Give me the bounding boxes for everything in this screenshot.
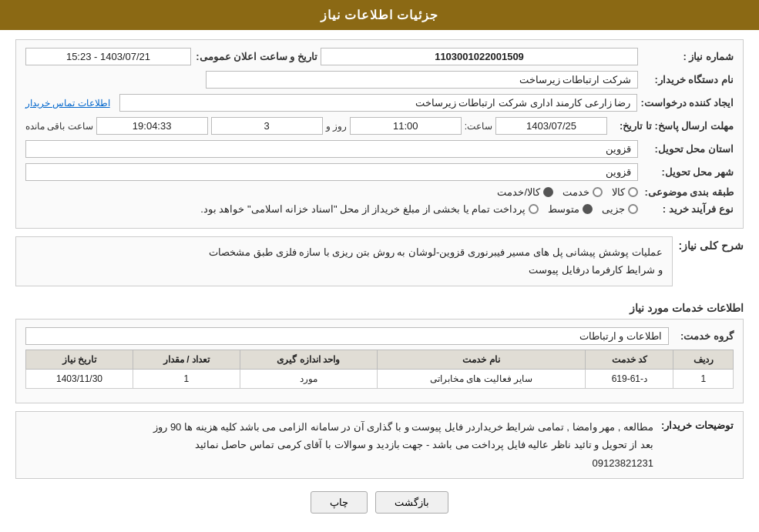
col-index: ردیف: [673, 350, 734, 369]
description-text: عملیات پوشش پیشانی پل های مسیر فیبرنوری …: [209, 246, 662, 276]
need-number-label: شماره نیاز :: [641, 51, 734, 62]
category-label-kala: کالا: [612, 186, 625, 198]
creator-label: ایجاد کننده درخواست:: [640, 97, 734, 109]
table-cell-quantity: 1: [133, 369, 240, 388]
response-day-label: روز و: [326, 121, 347, 132]
footer-buttons: بازگشت چاپ: [15, 491, 744, 521]
announce-date-label: تاریخ و ساعت اعلان عمومی:: [194, 51, 317, 62]
print-button[interactable]: چاپ: [311, 491, 368, 514]
main-info-section: شماره نیاز : 1103001022001509 تاریخ و سا…: [15, 39, 744, 229]
category-label-kala-khedmat: کالا/خدمت: [497, 186, 540, 198]
service-group-label: گروه خدمت:: [672, 330, 734, 342]
province-label: استان محل تحویل:: [641, 143, 734, 155]
category-option-kala: کالا: [612, 186, 638, 198]
buyer-org-value: شرکت ارتباطات زیرساخت: [206, 71, 638, 89]
page-wrapper: جزئیات اطلاعات نیاز شماره نیاز : 1103001…: [0, 0, 759, 532]
page-header: جزئیات اطلاعات نیاز: [0, 0, 759, 30]
content-area: شماره نیاز : 1103001022001509 تاریخ و سا…: [0, 30, 759, 530]
response-days-value: 3: [211, 117, 323, 135]
col-code: کد خدمت: [586, 350, 673, 369]
city-row: شهر محل تحویل: قزوین: [25, 163, 734, 181]
response-remaining-value: 19:04:33: [96, 117, 208, 135]
back-button[interactable]: بازگشت: [375, 491, 448, 514]
province-value: قزوین: [25, 140, 638, 158]
category-option-kala-khedmat: کالا/خدمت: [497, 186, 553, 198]
category-radio-kala[interactable]: [628, 187, 638, 197]
creator-row: ایجاد کننده درخواست: رضا زارعی کارمند اد…: [25, 94, 734, 112]
table-cell-index: 1: [673, 369, 734, 388]
announce-date-value: 1403/07/21 - 15:23: [25, 48, 191, 65]
response-time-value: 11:00: [350, 117, 462, 135]
purchase-radio-motavaset[interactable]: [583, 204, 593, 214]
purchase-type-row: نوع فرآیند خرید : جزیی متوسط پرداخت تمام…: [25, 203, 734, 215]
table-row: 1د-61-619سایر فعالیت های مخابراتیمورد114…: [26, 369, 734, 388]
response-deadline-label: مهلت ارسال پاسخ: تا تاریخ:: [610, 120, 734, 132]
description-box: عملیات پوشش پیشانی پل های مسیر فیبرنوری …: [15, 236, 673, 286]
category-label-khedmat: خدمت: [563, 186, 589, 198]
response-date-value: 1403/07/25: [495, 117, 607, 135]
col-quantity: تعداد / مقدار: [133, 350, 240, 369]
purchase-radio-esnad[interactable]: [529, 204, 539, 214]
services-section: گروه خدمت: اطلاعات و ارتباطات ردیف کد خد…: [15, 319, 744, 403]
buyer-notes-box: توضیحات خریدار: مطالعه , مهر وامضا , تما…: [15, 411, 744, 479]
creator-contact-link[interactable]: اطلاعات تماس خریدار: [25, 98, 110, 109]
category-label: طبقه بندی موضوعی:: [641, 186, 734, 198]
creator-value: رضا زارعی کارمند اداری شرکت ارتباطات زیر…: [119, 94, 638, 112]
description-title: شرح کلی نیاز:: [679, 236, 744, 252]
services-section-title: اطلاعات خدمات مورد نیاز: [15, 302, 744, 314]
purchase-type-label: نوع فرآیند خرید :: [641, 203, 734, 215]
buyer-org-row: نام دستگاه خریدار: شرکت ارتباطات زیرساخت: [25, 71, 734, 89]
category-radio-kala-khedmat[interactable]: [543, 187, 553, 197]
purchase-label-esnad: پرداخت تمام یا بخشی از مبلغ خریداز از مح…: [200, 203, 526, 215]
category-radio-khedmat[interactable]: [593, 187, 603, 197]
table-cell-unit: مورد: [240, 369, 377, 388]
service-group-row: گروه خدمت: اطلاعات و ارتباطات: [25, 327, 734, 345]
col-date: تاریخ نیاز: [26, 350, 133, 369]
buyer-notes-content: مطالعه , مهر وامضا , تمامی شرایط خریدارد…: [25, 418, 653, 472]
response-deadline-row: مهلت ارسال پاسخ: تا تاریخ: 1403/07/25 سا…: [25, 117, 734, 135]
purchase-radio-jozi[interactable]: [628, 204, 638, 214]
table-cell-code: د-61-619: [586, 369, 673, 388]
services-table: ردیف کد خدمت نام خدمت واحد اندازه گیری ت…: [25, 350, 734, 389]
city-label: شهر محل تحویل:: [641, 166, 734, 178]
buyer-org-label: نام دستگاه خریدار:: [641, 74, 734, 85]
table-cell-name: سایر فعالیت های مخابراتی: [377, 369, 585, 388]
purchase-option-esnad: پرداخت تمام یا بخشی از مبلغ خریداز از مح…: [200, 203, 539, 215]
col-unit: واحد اندازه گیری: [240, 350, 377, 369]
purchase-type-options: جزیی متوسط پرداخت تمام یا بخشی از مبلغ خ…: [25, 203, 638, 215]
response-time-label: ساعت:: [465, 121, 492, 132]
page-title: جزئیات اطلاعات نیاز: [321, 8, 439, 22]
province-row: استان محل تحویل: قزوین: [25, 140, 734, 158]
col-name: نام خدمت: [377, 350, 585, 369]
purchase-label-jozi: جزیی: [602, 203, 625, 215]
need-number-row: شماره نیاز : 1103001022001509 تاریخ و سا…: [25, 48, 734, 65]
need-number-value: 1103001022001509: [321, 48, 638, 65]
service-group-value: اطلاعات و ارتباطات: [25, 327, 669, 345]
purchase-label-motavaset: متوسط: [548, 203, 579, 215]
response-remaining-label: ساعت باقی مانده: [25, 121, 93, 132]
buyer-notes-label: توضیحات خریدار:: [661, 418, 734, 431]
purchase-option-motavaset: متوسط: [548, 203, 593, 215]
category-option-khedmat: خدمت: [563, 186, 603, 198]
category-row: طبقه بندی موضوعی: کالا خدمت کالا/خدمت: [25, 186, 734, 198]
purchase-option-jozi: جزیی: [602, 203, 638, 215]
category-radio-group: کالا خدمت کالا/خدمت: [25, 186, 638, 198]
city-value: قزوین: [25, 163, 638, 181]
table-cell-date: 1403/11/30: [26, 369, 133, 388]
